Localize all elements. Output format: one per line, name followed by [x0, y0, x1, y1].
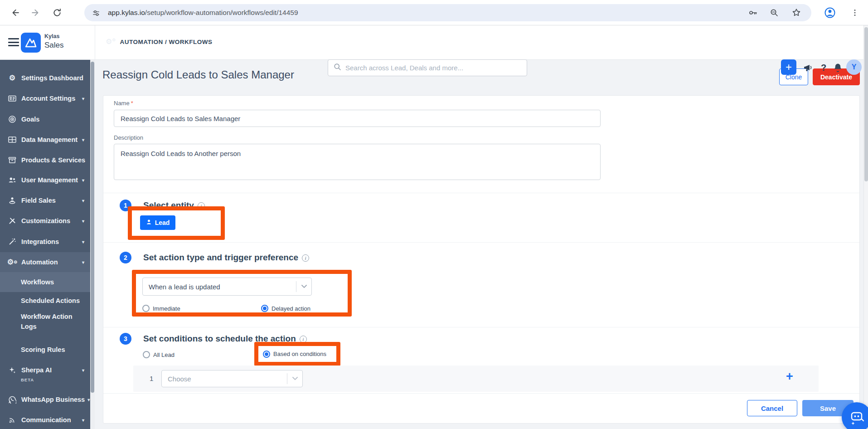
highlight-box-entity: Lead: [128, 206, 225, 240]
chevron-down-icon: ▾: [87, 397, 90, 402]
zoom-out-icon[interactable]: [769, 8, 779, 18]
chevron-down-icon: ▾: [82, 137, 84, 142]
address-bar[interactable]: app.kylas.io/setup/workflow-automation/w…: [84, 4, 811, 21]
password-key-icon[interactable]: [748, 8, 758, 18]
sidebar-item-account-settings[interactable]: Account Settings ▾: [0, 88, 90, 108]
browser-profile-icon[interactable]: [824, 6, 836, 19]
sidebar-item-communication[interactable]: Communication ▾: [0, 410, 90, 429]
browser-forward-icon[interactable]: [29, 6, 42, 19]
radio-unchecked-icon[interactable]: [143, 351, 150, 358]
notifications-bell-icon[interactable]: [831, 59, 844, 76]
header-divider: [95, 25, 95, 59]
workflow-form-card: Name* Description Reassign Cold Leads to…: [103, 95, 860, 424]
trigger-select[interactable]: When a lead is updated: [142, 278, 312, 296]
cancel-button[interactable]: Cancel: [747, 400, 797, 416]
sidebar-item-integrations[interactable]: Integrations ▾: [0, 232, 90, 252]
sidebar-item-whatsapp-business[interactable]: WhatsApp Business ▾: [0, 390, 90, 410]
brand-name: Kylas Sales: [44, 33, 64, 50]
chevron-down-icon: ▾: [82, 178, 84, 183]
radio-immediate[interactable]: Immediate: [142, 305, 180, 312]
browser-menu-icon[interactable]: [849, 6, 861, 19]
person-pin-icon: [8, 196, 17, 205]
breadcrumb: ⚙⚙ AUTOMATION / WORKFLOWS: [106, 38, 212, 45]
target-icon: [8, 115, 17, 123]
chevron-down-icon: ▾: [82, 198, 84, 203]
radio-all-lead[interactable]: All Lead: [143, 351, 175, 358]
search-input[interactable]: [345, 64, 521, 72]
antenna-waves-icon: [8, 416, 17, 424]
table-grid-icon: [8, 136, 17, 144]
radio-checked-icon[interactable]: [261, 305, 268, 312]
chevron-down-icon: ▾: [82, 368, 84, 373]
entity-lead-button[interactable]: Lead: [140, 215, 175, 230]
radio-unchecked-icon[interactable]: [142, 305, 150, 312]
page-title: Reassign Cold Leads to Sales Manager: [102, 68, 294, 81]
name-input[interactable]: [114, 110, 601, 127]
name-label: Name*: [114, 100, 133, 107]
url-text: app.kylas.io/setup/workflow-automation/w…: [108, 9, 298, 17]
sidebar-item-data-management[interactable]: Data Management ▾: [0, 130, 90, 150]
gear-icon: ⚙: [8, 74, 17, 82]
radio-based-on-conditions[interactable]: Based on conditions: [273, 351, 326, 357]
sidebar-item-sherpa-ai[interactable]: Sherpa AI ▾: [0, 360, 90, 380]
page-scrollbar[interactable]: [863, 25, 868, 429]
condition-row: 1 Choose +: [133, 366, 819, 392]
hamburger-menu-icon[interactable]: [8, 38, 19, 47]
sidebar-item-customizations[interactable]: Customizations ▾: [0, 211, 90, 231]
sidebar-item-field-sales[interactable]: Field Sales ▾: [0, 190, 90, 210]
announcements-icon[interactable]: [802, 59, 815, 76]
add-condition-button[interactable]: +: [786, 370, 793, 383]
id-card-icon: [8, 94, 17, 102]
global-search[interactable]: [328, 59, 527, 76]
section-divider: [103, 327, 859, 327]
sidebar-scrollbar-thumb[interactable]: [91, 62, 94, 393]
sidebar-scrollbar[interactable]: [90, 60, 95, 429]
kylas-logo[interactable]: [21, 33, 41, 53]
description-label: Description: [114, 134, 143, 141]
site-info-icon[interactable]: [91, 8, 101, 18]
browser-back-icon[interactable]: [9, 6, 21, 19]
tools-icon: [8, 217, 17, 225]
sidebar-item-settings-dashboard[interactable]: ⚙ Settings Dashboard: [0, 68, 90, 88]
page-scrollbar-thumb[interactable]: [864, 27, 868, 181]
sidebar-item-scoring-rules[interactable]: Scoring Rules: [0, 340, 90, 360]
section-divider: [103, 242, 859, 243]
sidebar-item-automation[interactable]: ⚙⚙ Automation ▾: [0, 252, 90, 272]
box-icon: [8, 156, 17, 164]
sidebar-item-user-management[interactable]: User Management ▾: [0, 170, 90, 190]
chevron-down-icon: ▾: [82, 418, 84, 423]
radio-checked-icon[interactable]: [263, 351, 270, 358]
radio-delayed-action[interactable]: Delayed action: [261, 305, 310, 312]
sidebar-item-scheduled-actions[interactable]: Scheduled Actions: [0, 291, 90, 311]
quick-add-button[interactable]: +: [781, 59, 796, 75]
bookmark-star-icon[interactable]: [791, 8, 801, 18]
search-icon: [334, 63, 341, 73]
info-icon[interactable]: i: [302, 254, 309, 262]
highlight-box-conditions: Based on conditions: [254, 342, 340, 366]
main-content: Reassign Cold Leads to Sales Manager Clo…: [95, 60, 863, 429]
sidebar-item-workflow-action-logs[interactable]: Workflow Action Logs: [0, 309, 90, 334]
sparkle-icon: [8, 366, 17, 374]
highlight-box-trigger: When a lead is updated Immediate Delayed…: [132, 270, 352, 317]
chat-assistant-button[interactable]: [842, 402, 868, 429]
step-2-title: Set action type and trigger preference i: [143, 253, 309, 263]
sidebar-item-products-services[interactable]: Products & Services: [0, 150, 90, 170]
app-header: Kylas Sales ⚙⚙ AUTOMATION / WORKFLOWS + …: [0, 25, 868, 60]
section-divider: [103, 193, 859, 193]
help-icon[interactable]: ?: [818, 59, 829, 76]
step-2-badge: 2: [120, 252, 131, 263]
browser-reload-icon[interactable]: [51, 6, 63, 19]
user-avatar[interactable]: Y: [846, 59, 862, 75]
step-3-badge: 3: [120, 333, 131, 345]
sidebar-item-workflows-active[interactable]: Workflows: [0, 272, 90, 292]
whatsapp-icon: [8, 395, 17, 404]
condition-field-select[interactable]: Choose: [161, 370, 303, 387]
beta-badge: BETA: [21, 377, 34, 382]
sidebar-item-goals[interactable]: Goals: [0, 109, 90, 129]
chevron-down-icon: [287, 373, 302, 384]
users-icon: [8, 176, 17, 184]
description-input[interactable]: Reassign Cold Leads to Another person: [114, 144, 601, 180]
chevron-down-icon: ▾: [82, 239, 84, 244]
chevron-down-icon: ▾: [82, 219, 84, 224]
browser-toolbar: app.kylas.io/setup/workflow-automation/w…: [0, 0, 868, 25]
